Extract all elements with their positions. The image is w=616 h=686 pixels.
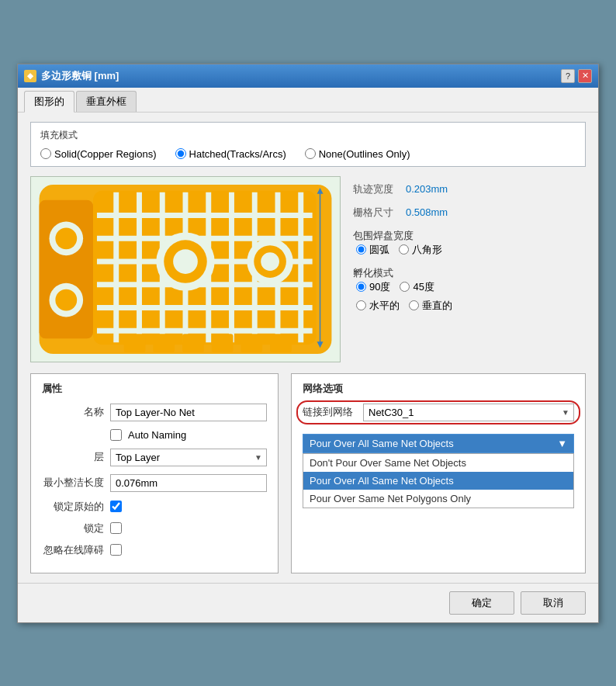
lock-label: 锁定 [42,521,104,535]
pour-dropdown-arrow: ▼ [557,438,567,449]
title-bar-left: ◆ 多边形敷铜 [mm] [24,69,119,83]
hatch-vertical-radio[interactable] [409,300,419,310]
lock-checkbox[interactable] [110,522,122,534]
ignore-row: 忽略在线障碍 [42,543,267,557]
fill-none-option[interactable]: None(Outlines Only) [305,148,410,160]
svg-point-25 [173,249,198,274]
hatch-90-label: 90度 [369,280,390,294]
pour-option-polygons[interactable]: Pour Over Same Net Polygons Only [303,490,573,508]
net-select[interactable]: NetC30_1 [363,404,574,421]
name-row: 名称 [42,404,267,421]
surround-options: 圆弧 八角形 [353,243,586,257]
min-length-input[interactable] [110,474,267,492]
fill-mode-title: 填充模式 [40,129,576,142]
cancel-button[interactable]: 取消 [521,591,586,615]
lock-origin-label: 锁定原始的 [42,500,104,514]
hatch-vertical-option[interactable]: 垂直的 [409,299,452,313]
hatch-group: 孵化模式 90度 45度 [353,266,586,313]
copper-preview [30,176,341,362]
grid-size-label: 栅格尺寸 [353,206,400,220]
lock-origin-checkbox[interactable] [110,501,122,512]
fill-solid-label: Solid(Copper Regions) [54,148,157,160]
track-width-row: 轨迹宽度 0.203mm [353,182,586,196]
svg-rect-32 [124,334,146,352]
fill-mode-group: 填充模式 Solid(Copper Regions) Hatched(Track… [30,122,586,167]
fill-solid-radio[interactable] [40,148,51,159]
svg-rect-2 [40,199,93,338]
svg-rect-33 [153,334,175,352]
name-label: 名称 [42,405,104,419]
min-length-row: 最小整洁长度 [42,474,267,492]
auto-naming-row: Auto Naming [110,429,267,441]
pour-dropdown-list: Don't Pour Over Same Net Objects Pour Ov… [303,453,574,508]
hatch-label-row: 孵化模式 [353,266,586,280]
layer-row: 层 Top Layer ▼ [42,449,267,466]
surround-octagon-radio[interactable] [399,244,409,255]
fill-solid-option[interactable]: Solid(Copper Regions) [40,148,157,160]
hatch-label: 孵化模式 [353,266,393,280]
close-button[interactable]: ✕ [578,69,592,83]
footer: 确定 取消 [18,583,598,622]
right-params: 轨迹宽度 0.203mm 栅格尺寸 0.508mm 包围焊盘宽度 圆弧 [353,176,586,362]
hatch-row2: 水平的 垂直的 [353,299,586,313]
tabs-bar: 图形的 垂直外框 [18,88,598,113]
fill-hatched-label: Hatched(Tracks/Arcs) [189,148,286,160]
svg-point-4 [55,227,77,249]
main-content: 填充模式 Solid(Copper Regions) Hatched(Track… [18,113,598,583]
surround-arc-label: 圆弧 [369,243,389,257]
fill-none-radio[interactable] [305,148,316,159]
pour-option-all[interactable]: Pour Over All Same Net Objects [303,472,573,490]
properties-box: 属性 名称 Auto Naming 层 Top Layer ▼ [30,373,279,573]
window-title: 多边形敷铜 [mm] [41,69,119,83]
net-link-wrapper: 链接到网络 NetC30_1 ▼ [303,404,574,421]
track-width-value: 0.203mm [406,183,448,195]
surround-arc-radio[interactable] [356,244,366,255]
fill-hatched-option[interactable]: Hatched(Tracks/Arcs) [175,148,286,160]
svg-point-6 [55,289,77,310]
title-bar: ◆ 多边形敷铜 [mm] ? ✕ [18,64,598,88]
network-box: 网络选项 链接到网络 NetC30_1 ▼ [291,373,586,573]
surround-arc-option[interactable]: 圆弧 [356,243,389,257]
pour-option-dont[interactable]: Don't Pour Over Same Net Objects [303,454,573,472]
tab-vertical-frame[interactable]: 垂直外框 [76,91,137,112]
hatch-horizontal-option[interactable]: 水平的 [356,299,400,313]
preview-area: 轨迹宽度 0.203mm 栅格尺寸 0.508mm 包围焊盘宽度 圆弧 [30,176,586,362]
svg-rect-36 [241,334,262,352]
hatch-90-radio[interactable] [356,282,366,292]
hatch-45-radio[interactable] [400,282,410,292]
network-title: 网络选项 [303,382,574,396]
svg-rect-34 [182,334,204,352]
copper-svg [31,177,340,362]
net-link-label: 链接到网络 [303,405,357,419]
hatch-row1: 90度 45度 [353,280,586,294]
bottom-section: 属性 名称 Auto Naming 层 Top Layer ▼ [30,373,586,573]
tab-graphics[interactable]: 图形的 [24,91,74,113]
name-input[interactable] [110,404,267,421]
main-window: ◆ 多边形敷铜 [mm] ? ✕ 图形的 垂直外框 填充模式 Solid(Cop… [17,64,599,623]
auto-naming-checkbox[interactable] [110,429,122,441]
surround-label-row: 包围焊盘宽度 [353,229,586,243]
svg-rect-37 [270,334,292,352]
confirm-button[interactable]: 确定 [449,591,514,615]
svg-point-28 [261,252,279,271]
properties-title: 属性 [42,382,267,396]
layer-label: 层 [42,450,104,464]
hatch-90-option[interactable]: 90度 [356,280,390,294]
fill-hatched-radio[interactable] [175,148,186,159]
window-icon: ◆ [24,70,36,82]
ignore-checkbox[interactable] [110,544,122,556]
hatch-vertical-label: 垂直的 [422,299,452,313]
surround-octagon-option[interactable]: 八角形 [399,243,442,257]
hatch-45-option[interactable]: 45度 [400,280,434,294]
hatch-45-label: 45度 [413,280,434,294]
surround-label: 包围焊盘宽度 [353,229,414,243]
grid-size-row: 栅格尺寸 0.508mm [353,206,586,220]
track-width-label: 轨迹宽度 [353,182,400,196]
hatch-horizontal-radio[interactable] [356,300,366,310]
help-button[interactable]: ? [561,69,575,83]
pour-dropdown-main[interactable]: Pour Over All Same Net Objects ▼ [303,434,574,453]
lock-row: 锁定 [42,521,267,535]
net-link-row: 链接到网络 NetC30_1 ▼ [303,404,574,421]
layer-select[interactable]: Top Layer [110,449,267,466]
svg-rect-35 [212,334,234,352]
